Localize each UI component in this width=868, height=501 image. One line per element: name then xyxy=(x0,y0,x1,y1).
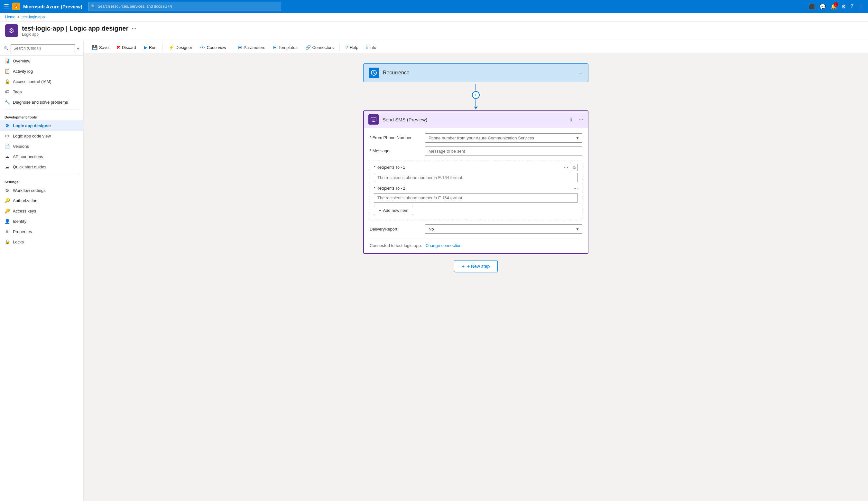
connection-text: Connected to test-logic-app. xyxy=(370,243,422,248)
recipient-2-menu[interactable]: ··· xyxy=(574,185,578,191)
sidebar-item-workflow-settings[interactable]: ⚙ Workflow settings xyxy=(0,185,83,195)
breadcrumb-home[interactable]: Home xyxy=(5,15,15,19)
recipient-2-label: * Recipients To - 2 xyxy=(374,186,405,191)
connectors-button[interactable]: 🔗 Connectors xyxy=(302,43,337,52)
code-icon: </> xyxy=(200,45,205,49)
sidebar-divider xyxy=(4,109,79,109)
templates-icon: ⊟ xyxy=(273,45,277,50)
add-item-plus-icon: + xyxy=(379,208,381,213)
recipient-1-actions: ··· ⧉ xyxy=(564,164,578,171)
help-icon[interactable]: ? xyxy=(850,3,853,9)
sidebar-item-quick-start[interactable]: ☁ Quick start guides xyxy=(0,162,83,172)
from-phone-select[interactable]: Phone number from your Azure Communicati… xyxy=(425,133,582,143)
info-icon: ℹ xyxy=(366,45,368,50)
sidebar-item-label: Identity xyxy=(13,219,26,224)
page-title: test-logic-app | Logic app designer xyxy=(22,25,128,32)
delivery-report-label: DeliveryReport xyxy=(370,227,421,232)
hamburger-icon[interactable]: ☰ xyxy=(4,3,9,10)
sidebar-search-input[interactable] xyxy=(11,44,75,52)
new-step-label: + New step xyxy=(467,264,490,269)
sidebar-item-identity[interactable]: 👤 Identity xyxy=(0,216,83,226)
save-button[interactable]: 💾 Save xyxy=(89,43,112,52)
sidebar-item-tags[interactable]: 🏷 Tags xyxy=(0,87,83,97)
recipient-1-copy-button[interactable]: ⧉ xyxy=(571,164,578,171)
code-view-button[interactable]: </> Code view xyxy=(197,43,230,52)
add-item-button[interactable]: + Add new item xyxy=(374,206,413,215)
feedback-icon[interactable]: 💬 xyxy=(820,3,826,10)
sidebar: 🔍 « 📊 Overview 📋 Activity log 🔒 Access c… xyxy=(0,41,84,501)
sms-menu-button[interactable]: ··· xyxy=(579,116,583,123)
help-button[interactable]: ? Help xyxy=(342,43,362,52)
sidebar-item-authorization[interactable]: 🔑 Authorization xyxy=(0,195,83,206)
discard-button[interactable]: ✖ Discard xyxy=(113,43,139,52)
connectors-label: Connectors xyxy=(312,45,334,50)
breadcrumb: Home > test-logic-app xyxy=(0,13,868,22)
run-label: Run xyxy=(149,45,157,50)
send-sms-block: Send SMS (Preview) ℹ ··· * From Phone Nu… xyxy=(363,110,589,254)
sms-body: * From Phone Number Phone number from yo… xyxy=(364,128,588,253)
sidebar-collapse-button[interactable]: « xyxy=(77,46,79,51)
sidebar-item-api-connections[interactable]: ☁ API connections xyxy=(0,151,83,162)
from-phone-row: * From Phone Number Phone number from yo… xyxy=(370,133,582,143)
sidebar-item-locks[interactable]: 🔒 Locks xyxy=(0,237,83,247)
sidebar-item-overview[interactable]: 📊 Overview xyxy=(0,56,83,66)
message-label: * Message xyxy=(370,147,421,153)
recurrence-menu-button[interactable]: ··· xyxy=(578,70,583,76)
delivery-report-row: DeliveryReport No ▼ xyxy=(370,223,582,234)
sms-header[interactable]: Send SMS (Preview) ℹ ··· xyxy=(364,111,588,128)
sidebar-item-logic-app-code[interactable]: </> Logic app code view xyxy=(0,131,83,141)
sms-info-button[interactable]: ℹ xyxy=(570,117,572,123)
new-step-plus-icon: + xyxy=(462,264,464,269)
help-icon: ? xyxy=(345,45,348,50)
recipient-2-input[interactable] xyxy=(374,193,578,203)
info-button[interactable]: ℹ Info xyxy=(363,43,380,52)
dev-tools-section-label: Development Tools xyxy=(0,111,83,120)
activity-log-icon: 📋 xyxy=(4,68,10,74)
parameters-button[interactable]: ⊞ Parameters xyxy=(235,43,268,52)
sidebar-item-diagnose[interactable]: 🔧 Diagnose and solve problems xyxy=(0,97,83,107)
cloud-shell-icon[interactable]: ⬛ xyxy=(809,3,815,10)
discard-icon: ✖ xyxy=(117,45,120,50)
recurrence-header[interactable]: Recurrence ··· xyxy=(363,63,589,82)
toolbar-divider-2 xyxy=(232,43,232,51)
sidebar-item-access-control[interactable]: 🔒 Access control (IAM) xyxy=(0,76,83,87)
recipient-1-menu[interactable]: ··· xyxy=(564,164,568,170)
code-view-icon: </> xyxy=(4,133,10,138)
designer-icon: ⚡ xyxy=(168,45,174,50)
message-input[interactable] xyxy=(425,147,582,156)
notification-count: 1 xyxy=(834,2,838,7)
delivery-report-select[interactable]: No xyxy=(425,224,582,234)
profile-icon[interactable]: 👤 xyxy=(858,3,864,10)
recipient-1-label-row: * Recipients To - 1 ··· ⧉ xyxy=(374,164,578,171)
sidebar-item-logic-app-designer[interactable]: ⚙ Logic app designer xyxy=(0,120,83,131)
templates-button[interactable]: ⊟ Templates xyxy=(270,43,300,52)
azure-icon: 🔥 xyxy=(12,2,20,10)
sidebar-item-label: Workflow settings xyxy=(13,188,46,193)
breadcrumb-current[interactable]: test-logic-app xyxy=(22,15,45,19)
sidebar-item-label: Versions xyxy=(13,144,29,149)
sidebar-item-label: Properties xyxy=(13,229,32,234)
sidebar-item-label: Access control (IAM) xyxy=(13,79,52,84)
sidebar-item-versions[interactable]: 📄 Versions xyxy=(0,141,83,151)
new-step-button[interactable]: + + New step xyxy=(454,260,498,273)
notifications-icon[interactable]: 🔔 1 xyxy=(831,3,837,10)
sidebar-item-activity-log[interactable]: 📋 Activity log xyxy=(0,66,83,76)
designer-button[interactable]: ⚡ Designer xyxy=(165,43,196,52)
sidebar-item-label: Activity log xyxy=(13,69,33,74)
page-header: ⚙ test-logic-app | Logic app designer ··… xyxy=(0,22,868,41)
recurrence-icon xyxy=(369,68,379,78)
recipient-1-input[interactable] xyxy=(374,173,578,182)
page-header-ellipsis[interactable]: ··· xyxy=(132,25,136,32)
designer-toolbar: 💾 Save ✖ Discard ▶ Run ⚡ Designer </> Co… xyxy=(84,41,868,54)
sidebar-search-icon: 🔍 xyxy=(4,46,9,51)
change-connection-link[interactable]: Change connection. xyxy=(425,243,463,248)
sidebar-item-properties[interactable]: ≡ Properties xyxy=(0,226,83,237)
settings-icon[interactable]: ⚙ xyxy=(841,3,846,10)
top-bar-right-icons: ⬛ 💬 🔔 1 ⚙ ? 👤 xyxy=(809,3,864,10)
add-step-button[interactable]: + xyxy=(472,91,480,99)
run-icon: ▶ xyxy=(144,45,147,50)
sidebar-item-access-keys[interactable]: 🔑 Access keys xyxy=(0,206,83,216)
run-button[interactable]: ▶ Run xyxy=(141,43,160,52)
global-search-bar[interactable]: 🔍 Search resources, services, and docs (… xyxy=(88,2,281,11)
code-view-label: Code view xyxy=(207,45,227,50)
